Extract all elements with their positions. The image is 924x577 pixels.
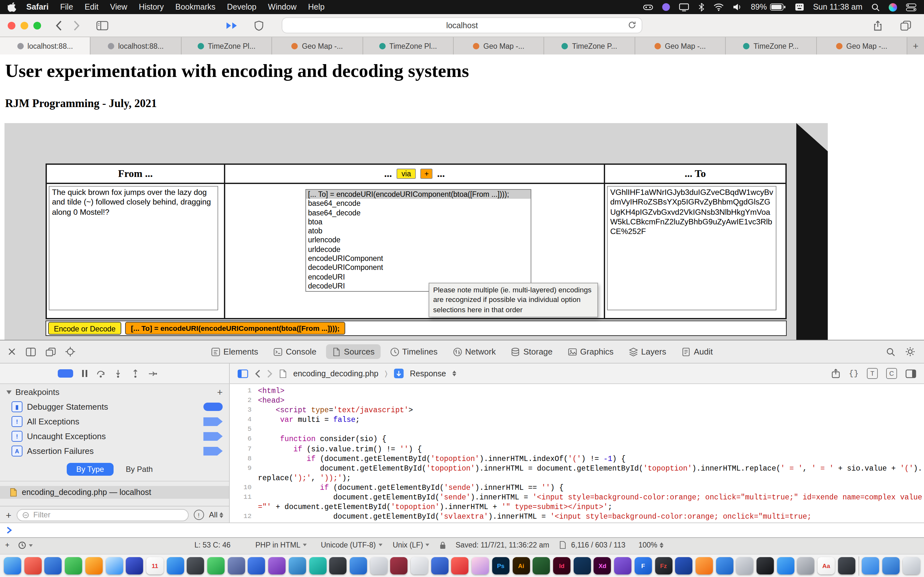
menu-app-name[interactable]: Safari xyxy=(26,3,49,11)
breakpoint-indicator[interactable] xyxy=(204,446,223,456)
encoding-method-option[interactable]: base64_decode xyxy=(306,208,531,218)
source-code-pane[interactable]: 1<html>2<head>3 <script type='text/javas… xyxy=(230,384,924,523)
fast-forward-icon[interactable] xyxy=(226,19,238,32)
export-icon[interactable] xyxy=(831,369,841,378)
browser-tab[interactable]: TimeZone Pl... xyxy=(182,37,272,55)
continue-execution-button[interactable] xyxy=(58,369,73,378)
back-button[interactable] xyxy=(55,19,62,32)
menu-bookmarks[interactable]: Bookmarks xyxy=(175,3,215,11)
game-controller-icon[interactable] xyxy=(643,3,653,11)
cursor-position[interactable]: L: 53 C: 46 xyxy=(194,541,231,549)
dock-icon-app-19[interactable] xyxy=(431,557,449,574)
dock-icon-app-28[interactable] xyxy=(736,557,754,574)
dock-icon-app-29[interactable] xyxy=(838,557,855,574)
via-button[interactable]: via xyxy=(397,168,416,179)
menu-history[interactable]: History xyxy=(139,3,164,11)
dock-icon-illustrator[interactable]: Ai xyxy=(512,557,530,574)
dock-icon-photos[interactable] xyxy=(472,557,489,574)
menu-edit[interactable]: Edit xyxy=(85,3,99,11)
bluetooth-icon[interactable] xyxy=(698,3,704,11)
encoding-mode[interactable]: Unicode (UTF-8) xyxy=(321,541,382,549)
nav-back-icon[interactable] xyxy=(255,369,260,378)
add-breakpoint-button[interactable]: + xyxy=(217,387,223,397)
encoding-method-option[interactable]: urldecode xyxy=(306,245,531,254)
dock-icon-app-7[interactable] xyxy=(187,557,204,574)
dock-icon-terminal[interactable] xyxy=(756,557,774,574)
code-coverage-icon[interactable]: C xyxy=(886,368,897,379)
formula-submit-button[interactable]: [... To] = encodeURI(encodeURIComponent(… xyxy=(125,322,345,335)
breakpoint-indicator[interactable] xyxy=(204,432,223,441)
dock-icon-app-10[interactable] xyxy=(248,557,265,574)
dock-icon-xd[interactable]: Xd xyxy=(594,557,611,574)
menu-clock[interactable]: Sun 11:38 am xyxy=(813,3,863,11)
inspector-tab-audit[interactable]: Audit xyxy=(676,344,718,359)
resource-picker-chevrons[interactable] xyxy=(452,371,456,376)
pretty-print-icon[interactable]: { } xyxy=(849,369,859,378)
breakpoint-indicator[interactable] xyxy=(204,403,223,411)
encoding-method-option[interactable]: atob xyxy=(306,226,531,235)
address-bar[interactable]: localhost xyxy=(282,18,642,33)
dock-icon-app-25[interactable] xyxy=(675,557,692,574)
dock-icon-app-20[interactable] xyxy=(451,557,469,574)
dock-icon-app-26[interactable] xyxy=(696,557,713,574)
sidebar-toggle-icon[interactable] xyxy=(96,19,108,32)
menu-window[interactable]: Window xyxy=(268,3,296,11)
breakpoints-section-header[interactable]: Breakpoints + xyxy=(0,384,229,400)
dock-icon-folder-1[interactable] xyxy=(862,557,879,574)
inspector-tab-timelines[interactable]: Timelines xyxy=(384,344,443,359)
editor-zoom-level[interactable]: 100% xyxy=(638,541,664,549)
dock-icon-app-24[interactable]: F xyxy=(635,557,652,574)
line-ending-mode[interactable]: Unix (LF) xyxy=(393,541,430,549)
filter-field[interactable] xyxy=(17,509,189,521)
browser-tab[interactable]: Geo Map -... xyxy=(454,37,544,55)
dock-icon-app-12[interactable] xyxy=(289,557,306,574)
dock-icon-app-2[interactable] xyxy=(45,557,62,574)
resource-item[interactable]: encoding_decoding.php — localhost xyxy=(0,486,229,499)
dock-icon-app-14[interactable] xyxy=(330,557,347,574)
browser-tab[interactable]: Geo Map -... xyxy=(272,37,363,55)
browser-tab[interactable]: localhost:88... xyxy=(0,37,91,55)
encoding-method-option[interactable]: encodeURIComponent xyxy=(306,254,531,263)
volume-icon[interactable] xyxy=(733,3,742,11)
siri-icon[interactable] xyxy=(889,3,897,11)
dock-icon-app-17[interactable] xyxy=(391,557,408,574)
dock-icon-photoshop[interactable]: Ps xyxy=(492,557,509,574)
dock-icon-app-16[interactable] xyxy=(370,557,387,574)
via-plus-button[interactable]: + xyxy=(421,168,433,179)
encoding-method-option[interactable]: encodeURI xyxy=(306,272,531,282)
wifi-icon[interactable] xyxy=(714,3,724,11)
dock-icon-app-5[interactable] xyxy=(126,557,143,574)
dock-icon-app-27[interactable] xyxy=(716,557,733,574)
display-mirroring-icon[interactable] xyxy=(679,3,689,11)
by-path-button[interactable]: By Path xyxy=(116,463,162,476)
dock-icon-safari[interactable] xyxy=(105,557,123,574)
inspector-tab-graphics[interactable]: Graphics xyxy=(562,344,619,359)
step-out-icon[interactable] xyxy=(131,369,140,378)
close-window-button[interactable] xyxy=(8,22,15,29)
dock-icon-app-21[interactable] xyxy=(533,557,550,574)
dock-icon-app-13[interactable] xyxy=(309,557,326,574)
breakpoint-indicator[interactable] xyxy=(204,417,223,426)
breakpoint-item[interactable]: !All Exceptions xyxy=(0,414,229,429)
dock-icon-calendar[interactable]: 11 xyxy=(146,557,164,574)
inspector-search-icon[interactable] xyxy=(886,347,895,356)
breakpoint-item[interactable]: !Uncaught Exceptions xyxy=(0,429,229,444)
battery-status[interactable]: 89% xyxy=(751,3,786,11)
new-tab-button[interactable]: + xyxy=(907,37,924,55)
dock-icon-filezilla[interactable]: Fz xyxy=(655,557,672,574)
encoding-method-list[interactable]: [... To] = encodeURI(encodeURIComponent(… xyxy=(305,189,531,292)
menu-file[interactable]: File xyxy=(60,3,73,11)
filter-input[interactable] xyxy=(32,510,183,520)
step-over-icon[interactable] xyxy=(96,369,105,378)
input-source-icon[interactable] xyxy=(795,3,804,11)
dock-icon-app-23[interactable] xyxy=(614,557,632,574)
browser-tab[interactable]: TimeZone P... xyxy=(726,37,817,55)
menu-develop[interactable]: Develop xyxy=(227,3,257,11)
dock-icon-app-1[interactable] xyxy=(24,557,41,574)
inspector-tab-storage[interactable]: Storage xyxy=(505,344,558,359)
inspector-tab-layers[interactable]: Layers xyxy=(623,344,672,359)
tab-overview-icon[interactable] xyxy=(900,19,911,32)
inspector-tab-network[interactable]: Network xyxy=(447,344,501,359)
encoding-method-option[interactable]: urlencode xyxy=(306,235,531,245)
dock-icon-app-8[interactable] xyxy=(207,557,225,574)
